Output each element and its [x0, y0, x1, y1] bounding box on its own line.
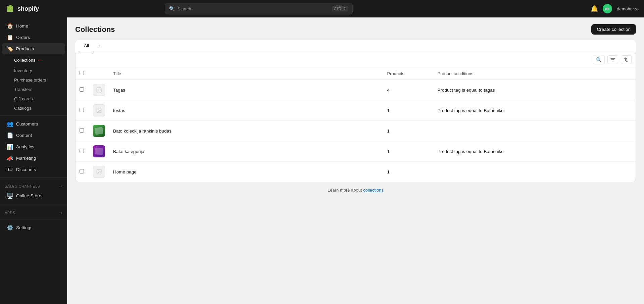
search-shortcut: CTRL K	[332, 6, 348, 11]
search-bar[interactable]: 🔍 CTRL K	[165, 3, 353, 14]
table-row[interactable]: Bato koleckija rankinis budas1	[76, 121, 636, 141]
sidebar-item-marketing[interactable]: 📣 Marketing	[2, 153, 65, 164]
sidebar-item-home[interactable]: 🏠 Home	[2, 20, 65, 32]
collection-title-link[interactable]: Batai kategorija	[113, 149, 144, 154]
footer-text: Learn more about collections	[75, 188, 636, 193]
collection-thumb-placeholder	[93, 84, 105, 96]
table-row[interactable]: Batai kategorija1Product tag is equal to…	[76, 141, 636, 162]
content-icon: 📄	[7, 132, 13, 139]
sidebar-item-label: Analytics	[16, 144, 34, 149]
transfers-label: Transfers	[14, 87, 32, 92]
sales-channels-section: Sales channels ›	[0, 181, 67, 190]
sales-channels-chevron[interactable]: ›	[61, 184, 63, 189]
sidebar-item-content[interactable]: 📄 Content	[2, 130, 65, 141]
discounts-icon: 🏷	[7, 166, 13, 172]
shopify-logo-icon	[5, 4, 15, 13]
sidebar-divider-4	[0, 219, 67, 219]
row-checkbox[interactable]	[80, 169, 84, 173]
username[interactable]: demohorzo	[617, 6, 639, 11]
sidebar-sub-item-transfers[interactable]: Transfers	[2, 85, 65, 94]
collection-products-count: 1	[383, 100, 433, 121]
collection-conditions: Product tag is equal to Batai nike	[433, 141, 636, 162]
sidebar-item-orders[interactable]: 📋 Orders	[2, 32, 65, 43]
create-collection-button[interactable]: Create collection	[591, 24, 636, 35]
collection-products-count: 4	[383, 80, 433, 100]
row-checkbox[interactable]	[80, 128, 84, 133]
collection-conditions	[433, 121, 636, 141]
online-store-icon: 🖥️	[7, 193, 13, 199]
table-toolbar: 🔍	[76, 52, 636, 67]
sidebar-item-label: Orders	[16, 35, 30, 40]
avatar: de	[603, 4, 612, 13]
home-icon: 🏠	[7, 23, 13, 29]
collection-title-link[interactable]: Tagas	[113, 88, 125, 93]
gift-cards-label: Gift cards	[14, 96, 33, 101]
settings-icon: ⚙️	[7, 224, 13, 231]
collection-conditions	[433, 162, 636, 182]
sidebar-item-products[interactable]: 🏷️ Products	[2, 43, 65, 54]
sidebar-item-label: Content	[16, 133, 32, 138]
sort-toolbar-button[interactable]	[621, 55, 632, 64]
row-checkbox[interactable]	[80, 149, 84, 153]
sidebar: 🏠 Home 📋 Orders 🏷️ Products Collections …	[0, 17, 67, 304]
sidebar-item-discounts[interactable]: 🏷 Discounts	[2, 164, 65, 175]
collection-thumb-green	[93, 125, 105, 137]
svg-point-6	[98, 109, 98, 110]
collection-products-count: 1	[383, 162, 433, 182]
sidebar-item-online-store[interactable]: 🖥️ Online Store	[2, 190, 65, 201]
collection-title-link[interactable]: Home page	[113, 169, 137, 174]
arrow-indicator: ←	[37, 57, 43, 64]
collection-products-count: 1	[383, 141, 433, 162]
sidebar-sub-item-purchase-orders[interactable]: Purchase orders	[2, 75, 65, 85]
collection-title-link[interactable]: Bato koleckija rankinis budas	[113, 129, 171, 134]
collections-label: Collections	[14, 58, 36, 63]
sidebar-item-customers[interactable]: 👥 Customers	[2, 118, 65, 130]
customers-icon: 👥	[7, 121, 13, 127]
table-row[interactable]: testas1Product tag is equal to Batai nik…	[76, 100, 636, 121]
sidebar-item-analytics[interactable]: 📊 Analytics	[2, 141, 65, 152]
bell-icon[interactable]: 🔔	[591, 5, 598, 12]
marketing-icon: 📣	[7, 155, 13, 161]
sidebar-sub-item-catalogs[interactable]: Catalogs	[2, 104, 65, 113]
tab-all[interactable]: All	[79, 40, 94, 52]
app-body: 🏠 Home 📋 Orders 🏷️ Products Collections …	[0, 17, 644, 304]
sidebar-sub-item-gift-cards[interactable]: Gift cards	[2, 94, 65, 103]
header-products: Products	[383, 67, 433, 80]
svg-point-8	[98, 170, 98, 171]
collection-conditions: Product tag is equal to tagas	[433, 80, 636, 100]
svg-point-4	[98, 89, 98, 89]
settings-label: Settings	[16, 225, 33, 230]
row-checkbox[interactable]	[80, 108, 84, 112]
search-input[interactable]	[178, 6, 330, 11]
collection-thumb-placeholder	[93, 166, 105, 178]
filter-toolbar-button[interactable]	[607, 55, 618, 64]
select-all-checkbox[interactable]	[80, 71, 84, 75]
collection-thumb-purple	[93, 145, 105, 157]
sidebar-sub-item-inventory[interactable]: Inventory	[2, 66, 65, 75]
collection-title-link[interactable]: testas	[113, 108, 125, 113]
apps-chevron[interactable]: ›	[61, 210, 63, 215]
sidebar-item-label: Customers	[16, 121, 38, 126]
row-checkbox[interactable]	[80, 87, 84, 92]
sidebar-item-label: Products	[16, 46, 34, 51]
main-content: Collections Create collection All + 🔍	[67, 17, 644, 304]
apps-section: Apps ›	[0, 207, 67, 216]
topbar: shopify 🔍 CTRL K 🔔 de demohorzo	[0, 0, 644, 17]
sidebar-item-label: Marketing	[16, 156, 36, 161]
table-row[interactable]: Tagas4Product tag is equal to tagas	[76, 80, 636, 100]
sidebar-item-label: Online Store	[16, 193, 41, 198]
tab-add-button[interactable]: +	[95, 41, 103, 51]
collections-link[interactable]: collections	[363, 188, 384, 193]
sidebar-divider-1	[0, 115, 67, 116]
sidebar-sub-item-collections[interactable]: Collections ←	[2, 55, 65, 66]
table-body: Tagas4Product tag is equal to tagastesta…	[76, 80, 636, 182]
search-toolbar-button[interactable]: 🔍	[593, 55, 605, 64]
tabs-bar: All +	[75, 40, 636, 52]
sidebar-divider-3	[0, 204, 67, 204]
header-title: Title	[109, 67, 383, 80]
table-header-row: Title Products Product conditions	[76, 67, 636, 80]
sidebar-item-settings[interactable]: ⚙️ Settings	[2, 222, 65, 233]
table-row[interactable]: Home page1	[76, 162, 636, 182]
collection-conditions: Product tag is equal to Batai nike	[433, 100, 636, 121]
page-title: Collections	[75, 25, 115, 34]
